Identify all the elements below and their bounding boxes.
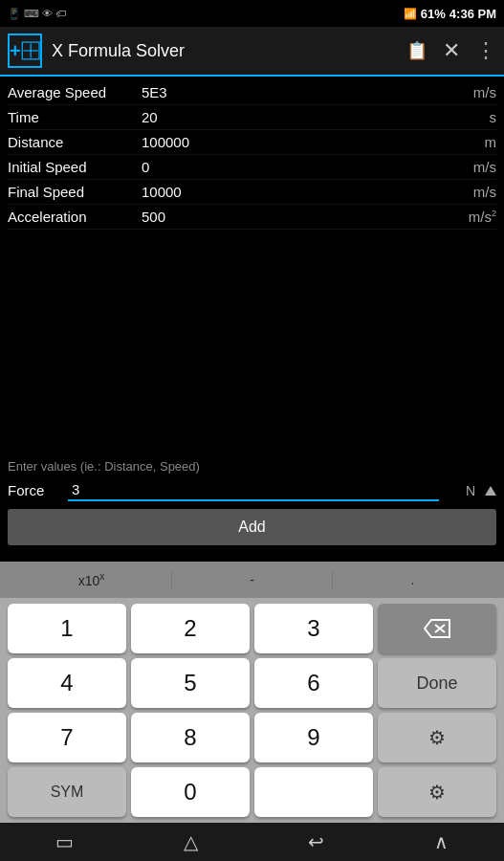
status-battery: 61% bbox=[421, 7, 446, 21]
input-row: Force N bbox=[0, 475, 504, 505]
label-final-speed: Final Speed bbox=[8, 184, 142, 200]
status-right: 📶 61% 4:36 PM bbox=[404, 7, 496, 21]
value-acceleration: 500 bbox=[142, 209, 439, 225]
key-4[interactable]: 4 bbox=[8, 658, 126, 708]
label-distance: Distance bbox=[8, 134, 142, 150]
label-average-speed: Average Speed bbox=[8, 84, 142, 100]
key-9[interactable]: 9 bbox=[254, 713, 373, 762]
value-initial-speed: 0 bbox=[142, 159, 439, 175]
key-settings[interactable]: ⚙ bbox=[378, 713, 496, 762]
nav-bar: ▭ △ ↩ ∧ bbox=[0, 823, 504, 861]
title-actions: 📋 ✕ ⋮ bbox=[406, 38, 496, 63]
unit-average-speed: m/s bbox=[439, 84, 496, 100]
content-area: Average Speed 5E3 m/s Time 20 s Distance… bbox=[0, 77, 504, 233]
key-2[interactable]: 2 bbox=[131, 604, 250, 653]
key-0[interactable]: 0 bbox=[131, 767, 250, 817]
nav-up[interactable]: ∧ bbox=[415, 827, 468, 857]
status-signal: 📶 bbox=[404, 8, 417, 20]
value-input[interactable] bbox=[68, 479, 439, 501]
unit-acceleration: m/s2 bbox=[439, 209, 496, 225]
input-label: Force bbox=[8, 482, 60, 498]
input-wrapper bbox=[68, 479, 439, 501]
svg-marker-4 bbox=[425, 620, 449, 637]
app-title: X Formula Solver bbox=[52, 41, 397, 61]
hint-area: Enter values (ie.: Distance, Speed) bbox=[0, 453, 504, 475]
key-6[interactable]: 6 bbox=[254, 658, 373, 708]
nav-back[interactable]: ↩ bbox=[289, 827, 343, 857]
unit-time: s bbox=[439, 109, 496, 125]
dot-key[interactable]: . bbox=[333, 572, 493, 587]
svg-marker-3 bbox=[485, 486, 496, 496]
nav-recents[interactable]: ▭ bbox=[36, 827, 93, 857]
label-initial-speed: Initial Speed bbox=[8, 159, 142, 175]
value-distance: 100000 bbox=[142, 134, 439, 150]
row-average-speed: Average Speed 5E3 m/s bbox=[8, 80, 496, 105]
row-time: Time 20 s bbox=[8, 105, 496, 130]
key-3[interactable]: 3 bbox=[254, 604, 373, 653]
key-settings-2[interactable]: ⚙ bbox=[378, 767, 496, 817]
status-left: 📱 ⌨ 👁 🏷 bbox=[8, 8, 66, 20]
title-bar: X Formula Solver 📋 ✕ ⋮ bbox=[0, 27, 504, 77]
key-backspace[interactable] bbox=[378, 604, 496, 653]
x10-key[interactable]: x10x bbox=[11, 571, 171, 588]
row-acceleration: Acceleration 500 m/s2 bbox=[8, 205, 496, 230]
hint-text: Enter values (ie.: Distance, Speed) bbox=[8, 459, 200, 474]
keyboard-keys: 1 2 3 4 5 6 Done 7 8 9 ⚙ SYM 0 ⚙ bbox=[0, 598, 504, 823]
row-distance: Distance 100000 m bbox=[8, 130, 496, 155]
key-sym[interactable]: SYM bbox=[8, 767, 126, 817]
row-final-speed: Final Speed 10000 m/s bbox=[8, 180, 496, 205]
keyboard-top-row: x10x - . bbox=[0, 562, 504, 598]
input-unit: N bbox=[447, 483, 475, 498]
status-icons-left: 📱 ⌨ 👁 🏷 bbox=[8, 8, 66, 20]
label-acceleration: Acceleration bbox=[8, 209, 142, 225]
more-button[interactable]: ⋮ bbox=[475, 38, 496, 63]
row-initial-speed: Initial Speed 0 m/s bbox=[8, 155, 496, 180]
nav-home[interactable]: △ bbox=[164, 827, 217, 857]
close-button[interactable]: ✕ bbox=[443, 38, 460, 63]
key-8[interactable]: 8 bbox=[131, 713, 250, 762]
clipboard-button[interactable]: 📋 bbox=[406, 40, 427, 61]
key-empty bbox=[254, 767, 373, 817]
unit-distance: m bbox=[439, 134, 496, 150]
app-icon bbox=[8, 33, 42, 68]
status-time: 4:36 PM bbox=[449, 7, 496, 21]
key-7[interactable]: 7 bbox=[8, 713, 126, 762]
keyboard-area: x10x - . 1 2 3 4 5 6 Done 7 8 9 ⚙ SYM 0 bbox=[0, 562, 504, 823]
add-button[interactable]: Add bbox=[8, 509, 496, 545]
key-5[interactable]: 5 bbox=[131, 658, 250, 708]
key-1[interactable]: 1 bbox=[8, 604, 126, 653]
minus-key[interactable]: - bbox=[172, 572, 332, 587]
empty-space bbox=[0, 233, 504, 453]
unit-initial-speed: m/s bbox=[439, 159, 496, 175]
unit-final-speed: m/s bbox=[439, 184, 496, 200]
label-time: Time bbox=[8, 109, 142, 125]
value-time: 20 bbox=[142, 109, 439, 125]
key-done[interactable]: Done bbox=[378, 658, 496, 708]
value-final-speed: 10000 bbox=[142, 184, 439, 200]
status-bar: 📱 ⌨ 👁 🏷 📶 61% 4:36 PM bbox=[0, 0, 504, 27]
value-average-speed: 5E3 bbox=[142, 84, 439, 100]
